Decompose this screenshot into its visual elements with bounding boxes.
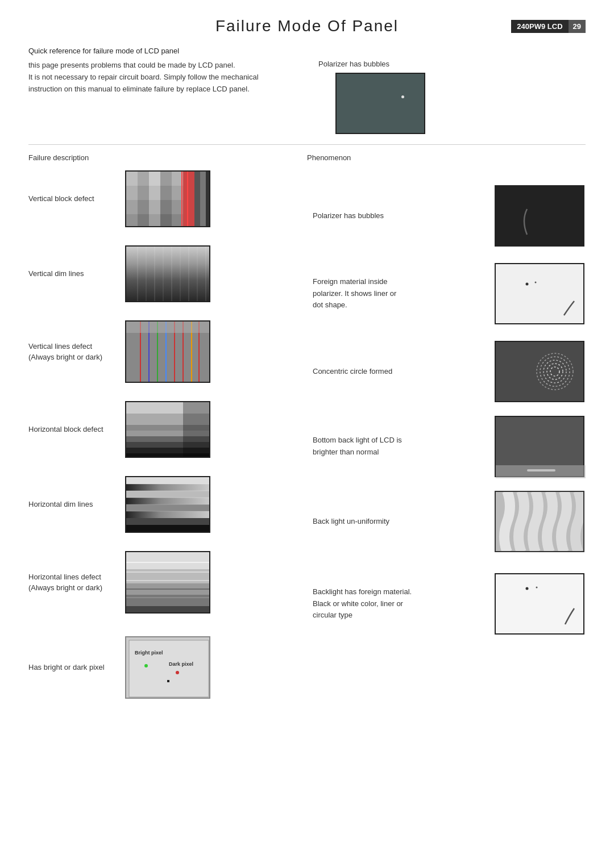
svg-point-77 xyxy=(547,364,563,379)
concentric-screen-box xyxy=(495,341,584,402)
horizontal-lines-label: Horizontal lines defect(Always bright or… xyxy=(28,571,125,594)
horizontal-dim-label: Horizontal dim lines xyxy=(28,499,125,510)
svg-rect-7 xyxy=(194,172,200,227)
svg-point-79 xyxy=(540,357,570,386)
failure-item-vertical-lines: Vertical lines defect(Always bright or d… xyxy=(28,318,301,386)
intro-text-block: this page presents problems that could b… xyxy=(28,60,296,134)
vertical-dim-label: Vertical dim lines xyxy=(28,268,125,279)
svg-point-80 xyxy=(537,353,573,390)
right-item-backlight-foreign: Backlight has foreign material.Black or … xyxy=(313,570,586,638)
svg-rect-8 xyxy=(200,172,206,227)
failure-item-horizontal-dim: Horizontal dim lines xyxy=(28,473,301,536)
svg-rect-58 xyxy=(126,552,210,569)
svg-rect-13 xyxy=(126,214,183,227)
quick-ref-text: Quick reference for failure mode of LCD … xyxy=(28,47,586,55)
foreign-image xyxy=(495,263,586,324)
concentric-label: Concentric circle formed xyxy=(313,366,495,378)
first-right-item: Polarizer has bubbles xyxy=(318,60,586,134)
polarizer-bubble1-image xyxy=(335,73,425,134)
desc-line1: this page presents problems that could b… xyxy=(28,60,296,72)
svg-rect-73 xyxy=(167,680,169,682)
page-number: 29 xyxy=(569,20,586,33)
horizontal-dim-image xyxy=(125,476,301,533)
svg-rect-48 xyxy=(126,498,210,504)
pixel-label: Has bright or dark pixel xyxy=(28,662,125,673)
svg-rect-46 xyxy=(126,484,210,491)
svg-point-76 xyxy=(550,367,559,376)
divider xyxy=(28,144,586,145)
svg-rect-49 xyxy=(126,504,210,511)
model-badge: 240PW9 LCD 29 xyxy=(511,20,586,33)
svg-rect-50 xyxy=(126,511,210,518)
svg-rect-61 xyxy=(126,595,210,606)
svg-rect-81 xyxy=(496,465,586,478)
backlight-unif-image xyxy=(495,491,586,552)
svg-point-70 xyxy=(144,664,148,667)
svg-rect-6 xyxy=(189,172,194,227)
vertical-dim-image xyxy=(125,245,301,302)
failure-item-vertical-dim: Vertical dim lines xyxy=(28,243,301,305)
phenomenon-header: Phenomenon xyxy=(307,153,586,162)
page-header: Failure Mode Of Panel 240PW9 LCD 29 xyxy=(28,17,586,35)
horizontal-lines-image xyxy=(125,551,301,614)
svg-point-85 xyxy=(536,587,538,589)
svg-rect-16 xyxy=(126,247,210,302)
svg-point-72 xyxy=(176,671,179,674)
desc-line2: It is not necessary to repair circuit bo… xyxy=(28,72,296,84)
svg-rect-82 xyxy=(527,469,555,471)
vertical-lines-label: Vertical lines defect(Always bright or d… xyxy=(28,341,125,363)
left-column: Vertical block defect xyxy=(28,168,307,714)
main-columns: Vertical block defect xyxy=(28,168,586,714)
svg-rect-11 xyxy=(126,186,183,200)
svg-rect-51 xyxy=(126,518,210,525)
svg-point-84 xyxy=(526,587,529,590)
polarizer2-image xyxy=(495,185,586,247)
foreign-label: Foreign material insidepolarizer. It sho… xyxy=(313,276,495,311)
page-title: Failure Mode Of Panel xyxy=(215,17,399,35)
intro-description: this page presents problems that could b… xyxy=(28,60,586,134)
column-headers: Failure description Phenomenon xyxy=(28,153,586,162)
svg-rect-47 xyxy=(126,491,210,498)
bottom-backlight-label: Bottom back light of LCD isbrighter than… xyxy=(313,435,495,458)
svg-text:Bright pixel: Bright pixel xyxy=(135,650,163,656)
svg-point-74 xyxy=(526,283,529,286)
horizontal-block-label: Horizontal block defect xyxy=(28,424,125,435)
svg-rect-44 xyxy=(183,402,210,458)
svg-rect-10 xyxy=(126,172,183,186)
desc-line3: instruction on this manual to eliminate … xyxy=(28,84,296,95)
svg-text:Dark pixel: Dark pixel xyxy=(169,661,193,667)
backlight-foreign-image xyxy=(495,573,586,635)
right-item-bottom-backlight: Bottom back light of LCD isbrighter than… xyxy=(313,415,586,478)
backlight-unif-label: Back light un-uniformity xyxy=(313,516,495,528)
failure-desc-header: Failure description xyxy=(28,153,307,162)
vertical-block-label: Vertical block defect xyxy=(28,193,125,205)
svg-rect-52 xyxy=(126,525,210,533)
backlight-foreign-screen xyxy=(495,573,584,635)
model-label: 240PW9 LCD xyxy=(511,20,568,33)
right-item-backlight-unif: Back light un-uniformity xyxy=(313,490,586,553)
svg-rect-35 xyxy=(126,322,210,333)
svg-rect-62 xyxy=(126,606,210,614)
foreign-screen xyxy=(495,263,584,324)
vertical-lines-image xyxy=(125,320,301,383)
intro-section: Quick reference for failure mode of LCD … xyxy=(28,47,586,134)
svg-rect-12 xyxy=(126,200,183,214)
bottom-backlight-image xyxy=(495,416,586,477)
failure-item-horizontal-block: Horizontal block defect xyxy=(28,398,301,461)
polarizer2-label: Polarizer has bubbles xyxy=(313,210,495,222)
svg-rect-59 xyxy=(126,569,210,583)
backlight-foreign-label: Backlight has foreign material.Black or … xyxy=(313,586,495,621)
polarizer-label-top: Polarizer has bubbles xyxy=(318,60,389,68)
failure-item-pixel: Has bright or dark pixel Bright pixel Da… xyxy=(28,633,301,702)
right-item-foreign: Foreign material insidepolarizer. It sho… xyxy=(313,260,586,328)
pixel-image: Bright pixel Dark pixel xyxy=(125,636,301,699)
right-item-concentric: Concentric circle formed xyxy=(313,340,586,403)
polarizer2-screen xyxy=(495,185,584,247)
svg-rect-9 xyxy=(206,172,210,227)
svg-rect-68 xyxy=(129,640,209,697)
bottom-backlight-screen xyxy=(495,416,584,477)
concentric-image xyxy=(495,341,586,402)
failure-item-vertical-block: Vertical block defect xyxy=(28,168,301,230)
right-item-polarizer2: Polarizer has bubbles xyxy=(313,185,586,247)
svg-rect-45 xyxy=(126,477,210,484)
